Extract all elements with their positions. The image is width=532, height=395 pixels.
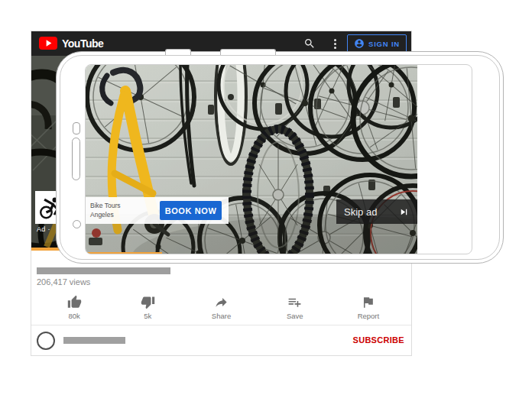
overflow-menu-icon[interactable]	[331, 37, 339, 50]
advertiser-name: Bike Tours Angeles	[90, 201, 121, 219]
youtube-play-logo-icon	[39, 37, 57, 50]
ad-badge: Ad ·	[37, 225, 50, 233]
phone-speaker	[72, 138, 80, 180]
advertiser-line2: Angeles	[90, 210, 121, 219]
view-count: 206,417 views	[37, 277, 90, 287]
book-now-button[interactable]: BOOK NOW	[160, 201, 222, 220]
channel-name-placeholder	[63, 337, 125, 344]
phone-screen: Bike Tours Angeles BOOK NOW Skip ad	[85, 64, 472, 254]
dislike-count: 5k	[144, 312, 151, 320]
screenshot-canvas: YouTube SIGN IN	[0, 0, 532, 395]
like-count: 80k	[68, 312, 79, 320]
share-label: Share	[212, 312, 231, 320]
phone-ad-progress-bar	[86, 252, 162, 254]
like-button[interactable]: 80k	[37, 295, 111, 322]
share-button[interactable]: Share	[184, 295, 258, 322]
save-label: Save	[287, 312, 303, 320]
video-title-placeholder	[37, 267, 170, 274]
phone-video-frame: Bike Tours Angeles BOOK NOW Skip ad	[86, 65, 417, 254]
playlist-add-icon	[287, 295, 302, 309]
action-bar: 80k 5k Share Save Report	[37, 295, 405, 322]
search-icon[interactable]	[303, 37, 316, 50]
share-icon	[214, 295, 229, 309]
channel-row: SUBSCRIBE	[31, 325, 411, 355]
advertiser-line1: Bike Tours	[90, 201, 121, 210]
ad-overlay-panel[interactable]: Bike Tours Angeles BOOK NOW	[86, 197, 229, 224]
thumb-down-icon	[141, 295, 155, 309]
phone-home-button	[73, 220, 81, 228]
account-circle-icon	[354, 38, 365, 49]
save-button[interactable]: Save	[258, 295, 332, 322]
phone-frame: Bike Tours Angeles BOOK NOW Skip ad	[56, 51, 504, 264]
flag-icon	[361, 295, 375, 309]
channel-avatar[interactable]	[37, 332, 55, 350]
phone-camera	[73, 122, 80, 134]
subscribe-button[interactable]: SUBSCRIBE	[353, 335, 405, 345]
dislike-button[interactable]: 5k	[111, 295, 184, 322]
skip-ad-button[interactable]: Skip ad	[336, 199, 417, 224]
sign-in-label: SIGN IN	[368, 40, 400, 48]
thumb-up-icon	[67, 295, 82, 309]
brand-wordmark: YouTube	[62, 37, 103, 50]
youtube-logo[interactable]: YouTube	[39, 37, 103, 50]
skip-next-icon	[398, 206, 410, 218]
report-button[interactable]: Report	[332, 295, 405, 322]
skip-ad-label: Skip ad	[344, 206, 377, 218]
report-label: Report	[358, 312, 380, 320]
bike-shop-video-still	[86, 65, 417, 254]
sign-in-button[interactable]: SIGN IN	[347, 34, 407, 53]
